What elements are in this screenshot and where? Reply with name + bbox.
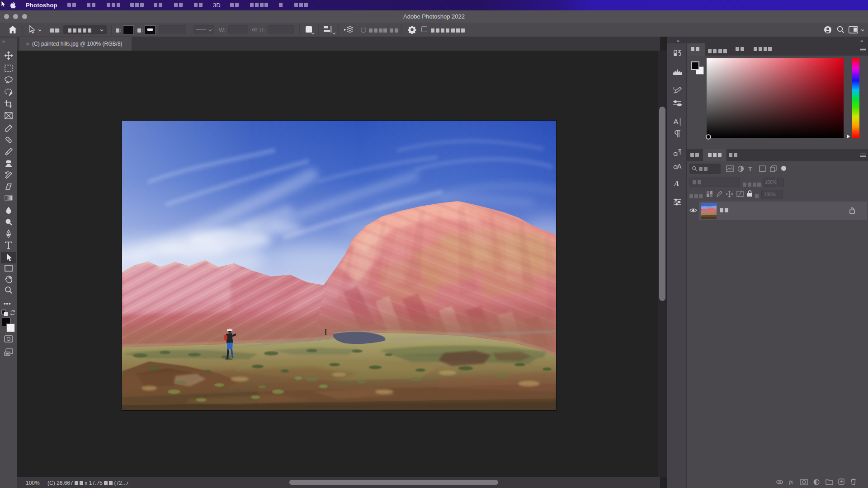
svg-text:A: A (674, 179, 679, 188)
svg-text:A: A (677, 163, 682, 170)
svg-text:E: E (673, 86, 676, 90)
svg-text:A: A (674, 117, 678, 125)
